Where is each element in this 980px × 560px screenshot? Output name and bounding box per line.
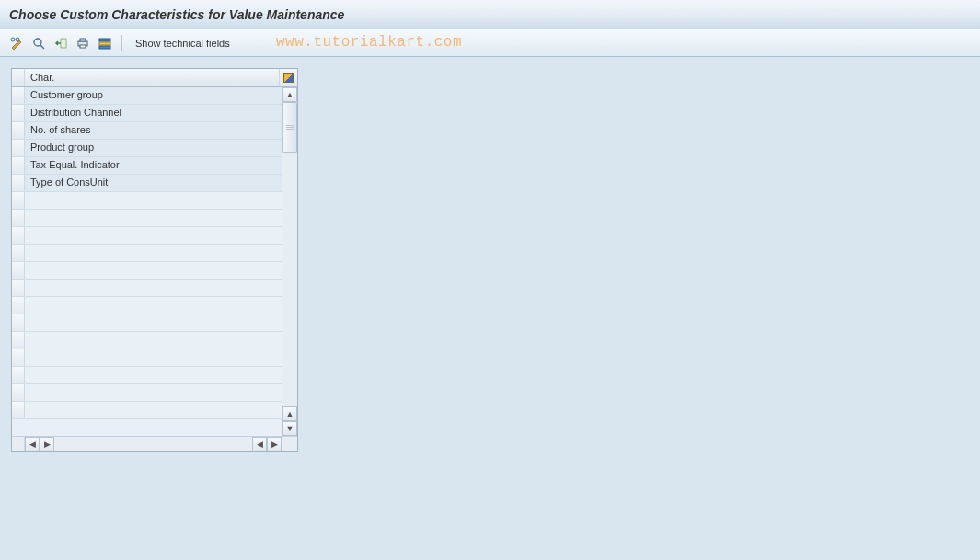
- row-selector[interactable]: [12, 402, 25, 418]
- where-used-button[interactable]: [29, 34, 48, 52]
- select-all-corner[interactable]: [12, 69, 25, 86]
- scroll-down-button-2[interactable]: ▼: [282, 421, 297, 436]
- row-selector[interactable]: [12, 332, 25, 349]
- watermark-text: www.tutorialkart.com: [276, 34, 462, 51]
- row-selector[interactable]: [12, 87, 25, 104]
- char-cell-empty[interactable]: [25, 262, 282, 279]
- hscroll-corner: [12, 437, 25, 451]
- row-selector[interactable]: [12, 210, 25, 226]
- table-row-empty[interactable]: [12, 349, 282, 367]
- svg-rect-7: [80, 45, 86, 48]
- table-layout-icon: [98, 37, 111, 50]
- table-row-empty[interactable]: [12, 367, 282, 384]
- char-cell-empty[interactable]: [25, 402, 282, 418]
- scroll-down-button[interactable]: ▲: [282, 406, 297, 421]
- row-selector[interactable]: [12, 105, 25, 121]
- row-selector[interactable]: [12, 122, 25, 139]
- display-change-toggle[interactable]: [7, 34, 26, 52]
- config-icon: [283, 73, 294, 83]
- scroll-right-stop-button[interactable]: ◀: [252, 437, 267, 451]
- titlebar: Choose Custom Characteristics for Value …: [0, 0, 980, 29]
- row-selector[interactable]: [12, 157, 25, 174]
- table-row-empty[interactable]: [12, 314, 282, 332]
- scroll-thumb-vertical[interactable]: [282, 102, 297, 153]
- scroll-track-horizontal[interactable]: [54, 437, 252, 451]
- char-cell-empty[interactable]: [25, 210, 282, 226]
- toolbar: Show technical fields www.tutorialkart.c…: [0, 29, 980, 57]
- column-config-button[interactable]: [279, 69, 297, 86]
- table-row-empty[interactable]: [12, 227, 282, 245]
- table-row[interactable]: Customer group: [12, 87, 282, 105]
- printer-icon: [76, 37, 89, 50]
- row-selector[interactable]: [12, 280, 25, 296]
- char-cell-empty[interactable]: [25, 314, 282, 331]
- table-row-empty[interactable]: [12, 332, 282, 349]
- table-row-empty[interactable]: [12, 384, 282, 402]
- char-cell-empty[interactable]: [25, 192, 282, 209]
- column-header-char[interactable]: Char.: [25, 69, 279, 86]
- char-cell[interactable]: No. of shares: [25, 122, 282, 139]
- svg-point-1: [16, 38, 19, 41]
- scroll-right-button[interactable]: ▶: [267, 437, 282, 451]
- table-row-empty[interactable]: [12, 210, 282, 227]
- content-area: Char. Customer groupDistribution Channel…: [0, 57, 980, 463]
- char-cell-empty[interactable]: [25, 332, 282, 349]
- svg-point-2: [34, 39, 41, 46]
- char-cell-empty[interactable]: [25, 245, 282, 261]
- svg-rect-9: [99, 42, 110, 45]
- row-selector[interactable]: [12, 175, 25, 191]
- row-selector[interactable]: [12, 384, 25, 401]
- green-arrow-left-icon: [54, 37, 67, 50]
- row-selector[interactable]: [12, 349, 25, 366]
- table-row[interactable]: Tax Equal. Indicator: [12, 157, 282, 175]
- import-button[interactable]: [52, 34, 70, 52]
- horizontal-scrollbar[interactable]: ◀ ▶ ◀ ▶: [12, 436, 297, 451]
- char-cell-empty[interactable]: [25, 280, 282, 296]
- scroll-up-button[interactable]: ▲: [282, 87, 297, 102]
- char-cell[interactable]: Product group: [25, 140, 282, 156]
- page-title: Choose Custom Characteristics for Value …: [9, 7, 344, 22]
- svg-point-0: [11, 38, 15, 41]
- table-row-empty[interactable]: [12, 402, 282, 419]
- find-icon: [32, 37, 45, 50]
- table-row[interactable]: No. of shares: [12, 122, 282, 140]
- table-row-empty[interactable]: [12, 262, 282, 280]
- row-selector[interactable]: [12, 262, 25, 279]
- row-selector[interactable]: [12, 192, 25, 209]
- table-row[interactable]: Distribution Channel: [12, 105, 282, 122]
- scroll-left-stop-button[interactable]: ▶: [40, 437, 54, 451]
- row-selector[interactable]: [12, 245, 25, 261]
- char-cell-empty[interactable]: [25, 367, 282, 383]
- svg-rect-6: [80, 39, 86, 41]
- row-selector[interactable]: [12, 140, 25, 156]
- scroll-track-vertical[interactable]: [282, 102, 297, 406]
- char-cell[interactable]: Type of ConsUnit: [25, 175, 282, 191]
- table-row[interactable]: Product group: [12, 140, 282, 157]
- char-cell[interactable]: Distribution Channel: [25, 105, 282, 121]
- table-row-empty[interactable]: [12, 245, 282, 262]
- char-cell[interactable]: Tax Equal. Indicator: [25, 157, 282, 174]
- row-selector[interactable]: [12, 367, 25, 383]
- print-button[interactable]: [74, 34, 92, 52]
- table-row-empty[interactable]: [12, 280, 282, 297]
- table-row-empty[interactable]: [12, 192, 282, 210]
- char-cell[interactable]: Customer group: [25, 87, 282, 104]
- layout-button[interactable]: [96, 34, 114, 52]
- char-cell-empty[interactable]: [25, 227, 282, 244]
- vertical-scrollbar[interactable]: ▲ ▲ ▼: [282, 87, 297, 436]
- char-cell-empty[interactable]: [25, 349, 282, 366]
- toolbar-separator: [121, 35, 122, 51]
- grid-body: Customer groupDistribution ChannelNo. of…: [12, 87, 297, 436]
- grid-header-row: Char.: [12, 69, 297, 87]
- table-row-empty[interactable]: [12, 297, 282, 314]
- scroll-left-button[interactable]: ◀: [25, 437, 40, 451]
- row-selector[interactable]: [12, 314, 25, 331]
- svg-rect-10: [99, 46, 110, 49]
- char-cell-empty[interactable]: [25, 297, 282, 314]
- table-row[interactable]: Type of ConsUnit: [12, 175, 282, 192]
- char-cell-empty[interactable]: [25, 384, 282, 401]
- show-technical-fields-button[interactable]: Show technical fields: [130, 38, 236, 49]
- svg-rect-8: [99, 39, 110, 41]
- row-selector[interactable]: [12, 297, 25, 314]
- row-selector[interactable]: [12, 227, 25, 244]
